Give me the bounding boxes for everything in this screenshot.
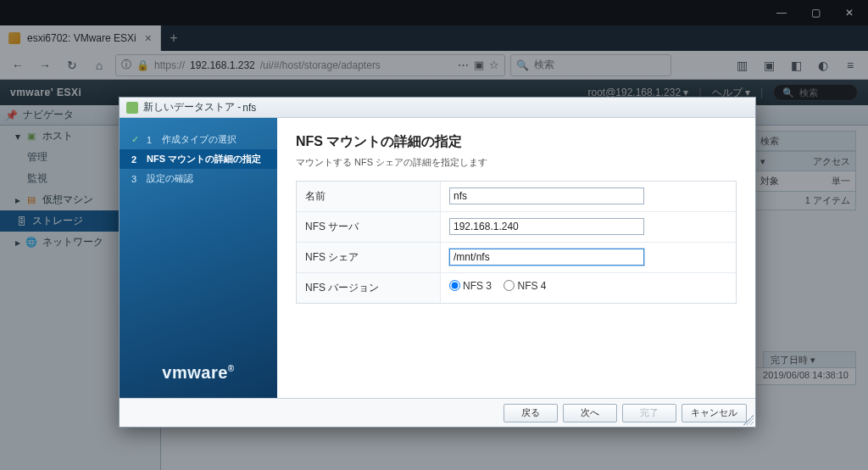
input-nfs-server[interactable]	[449, 218, 644, 235]
cell-single: 単一	[832, 175, 850, 187]
step-number: 2	[131, 154, 142, 165]
col-search[interactable]: 検索	[754, 131, 856, 151]
wizard-heading: NFS マウントの詳細の指定	[296, 133, 737, 151]
nav-home-button[interactable]: ⌂	[88, 54, 110, 76]
vm-icon: ▤	[25, 194, 37, 206]
expand-icon: ▸	[15, 237, 20, 249]
sidebar-item-label: ネットワーク	[42, 235, 103, 249]
sync-icon[interactable]: ◐	[812, 54, 834, 76]
search-icon: 🔍	[782, 87, 794, 98]
storage-icon: 🗄	[15, 215, 27, 227]
input-datastore-name[interactable]	[449, 187, 644, 204]
pintab-icon[interactable]: ◧	[785, 54, 807, 76]
step-label: NFS マウントの詳細の指定	[147, 153, 261, 165]
sidebar-item-label: ストレージ	[32, 214, 83, 228]
datastore-table-right: 検索 ▾ アクセス 対象 単一 1 アイテム	[754, 131, 856, 210]
wizard-step-1[interactable]: 1 作成タイプの選択	[120, 130, 277, 149]
dialog-title-prefix: 新しいデータストア -	[143, 100, 241, 115]
host-icon: ▣	[25, 131, 37, 143]
finish-button[interactable]: 完了	[622, 404, 676, 422]
wizard-step-3[interactable]: 3 設定の確認	[120, 169, 277, 188]
tasks-row-done: 2019/06/08 14:38:10	[755, 368, 856, 385]
back-button[interactable]: 戻る	[504, 404, 558, 422]
esxi-search-box[interactable]: 🔍 検索	[773, 84, 858, 101]
address-bar[interactable]: ⓘ 🔒 https:// 192.168.1.232 /ui/#/host/st…	[115, 54, 505, 76]
label-nfs-version: NFS バージョン	[297, 273, 441, 303]
new-tab-button[interactable]: +	[161, 25, 186, 51]
reader-icon[interactable]: ⋯	[458, 59, 469, 71]
pocket-icon[interactable]: ▣	[758, 54, 780, 76]
info-icon: ⓘ	[121, 58, 131, 72]
expand-icon: ▾	[15, 131, 20, 143]
browser-tab-active[interactable]: esxi6702: VMware ESXi ×	[0, 25, 161, 51]
resize-grip-icon[interactable]	[743, 415, 754, 425]
step-label: 作成タイプの選択	[162, 133, 236, 146]
hamburger-menu-icon[interactable]: ≡	[839, 54, 861, 76]
wizard-form: NFS マウントの詳細の指定 マウントする NFS シェアの詳細を指定します 名…	[277, 118, 755, 398]
step-label: 設定の確認	[147, 172, 193, 185]
step-number: 3	[131, 174, 142, 184]
col-access[interactable]: アクセス	[813, 155, 850, 168]
label-nfs-server: NFS サーバ	[297, 212, 441, 242]
nav-forward-button[interactable]: →	[34, 54, 56, 76]
radio-nfs3[interactable]: NFS 3	[449, 280, 492, 292]
table-item-count: 1 アイテム	[805, 194, 850, 207]
network-icon: 🌐	[25, 237, 37, 249]
wizard-steps: 1 作成タイプの選択 2 NFS マウントの詳細の指定 3 設定の確認 vmwa…	[120, 118, 277, 398]
tab-close-icon[interactable]: ×	[145, 31, 152, 45]
search-placeholder: 検索	[534, 58, 554, 72]
dialog-footer: 戻る 次へ 完了 キャンセル	[120, 398, 755, 427]
next-button[interactable]: 次へ	[563, 404, 617, 422]
sidebar-item-label: ホスト	[42, 129, 73, 143]
star-icon[interactable]: ☆	[489, 59, 499, 71]
tasks-col-done[interactable]: 完了日時 ▾	[763, 351, 856, 367]
dialog-title: 新しいデータストア - nfs	[120, 98, 755, 118]
cell-target: 対象	[760, 175, 832, 187]
browser-search-box[interactable]: 🔍 検索	[510, 54, 671, 76]
browser-toolbar: ← → ↻ ⌂ ⓘ 🔒 https:// 192.168.1.232 /ui/#…	[0, 51, 868, 80]
check-icon	[131, 134, 142, 145]
radio-nfs4-input[interactable]	[504, 280, 515, 291]
wizard-subheading: マウントする NFS シェアの詳細を指定します	[296, 156, 737, 169]
vmware-logo: vmware®	[120, 363, 277, 383]
library-icon[interactable]: ▥	[731, 54, 753, 76]
window-close-button[interactable]: ✕	[837, 1, 861, 25]
sidebar-item-label: 監視	[27, 171, 47, 186]
search-icon: 🔍	[516, 59, 529, 71]
tab-favicon	[8, 32, 20, 44]
radio-nfs3-label: NFS 3	[463, 280, 492, 292]
label-nfs-share: NFS シェア	[297, 243, 441, 272]
url-scheme: https://	[154, 59, 185, 71]
wizard-step-2[interactable]: 2 NFS マウントの詳細の指定	[120, 149, 277, 169]
col-unknown: ▾	[760, 156, 813, 167]
label-name: 名前	[297, 182, 441, 211]
new-datastore-dialog: 新しいデータストア - nfs 1 作成タイプの選択 2 NFS マウントの詳細…	[119, 97, 756, 428]
dialog-title-name: nfs	[242, 102, 256, 114]
nav-reload-button[interactable]: ↻	[61, 54, 83, 76]
cancel-button[interactable]: キャンセル	[682, 404, 747, 422]
panel-pin-icon[interactable]: 📌	[5, 109, 18, 121]
step-number: 1	[147, 135, 157, 145]
esxi-search-placeholder: 検索	[799, 87, 818, 99]
sidebar-item-label: 仮想マシン	[42, 193, 93, 207]
expand-icon: ▸	[15, 194, 20, 206]
browser-tabstrip: esxi6702: VMware ESXi × +	[0, 25, 868, 51]
datastore-icon	[126, 102, 138, 114]
input-nfs-share[interactable]	[449, 249, 644, 266]
window-maximize-button[interactable]: ▢	[804, 1, 827, 25]
radio-nfs4-label: NFS 4	[517, 280, 546, 292]
radio-nfs3-input[interactable]	[449, 280, 460, 291]
shield-icon[interactable]: ▣	[474, 59, 484, 71]
sidebar-item-label: 管理	[27, 150, 47, 165]
esxi-brand-text: vmware' ESXi	[10, 87, 81, 98]
url-host: 192.168.1.232	[190, 59, 255, 71]
nav-back-button[interactable]: ←	[7, 54, 29, 76]
radio-nfs4[interactable]: NFS 4	[504, 280, 546, 292]
window-minimize-button[interactable]: —	[770, 1, 793, 25]
esxi-brand: vmware' ESXi	[10, 87, 81, 98]
lock-icon: 🔒	[136, 59, 149, 71]
url-path: /ui/#/host/storage/adapters	[260, 59, 381, 71]
tab-title: esxi6702: VMware ESXi	[27, 32, 136, 44]
window-titlebar: — ▢ ✕	[0, 0, 868, 25]
navigator-title-text: ナビゲータ	[23, 108, 74, 122]
